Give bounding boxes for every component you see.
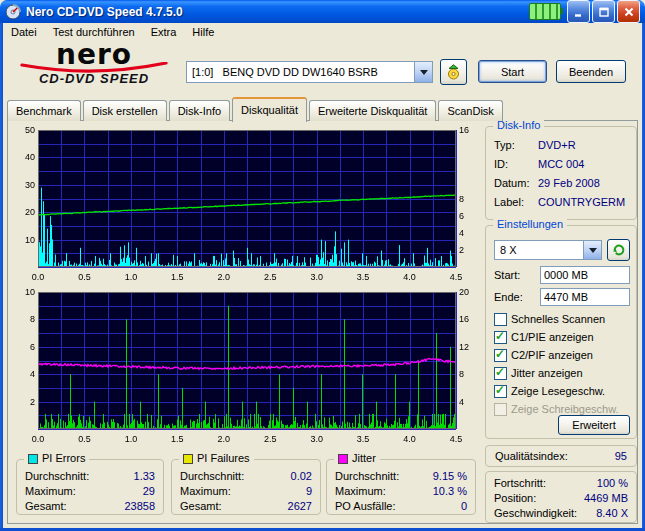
diskqualitaet-pane: PI Errors Durchschnitt:1.33 Maximum:29 G… [7, 120, 638, 524]
jitter-stats-title: Jitter [352, 452, 376, 465]
pi-failures-jitter-chart [14, 287, 482, 445]
progress-row: Fortschritt:100 % [486, 476, 636, 491]
menu-hilfe[interactable]: Hilfe [184, 23, 222, 41]
window-border-left [0, 22, 3, 531]
quality-index-value: 95 [615, 446, 627, 466]
checkbox-box [494, 349, 507, 362]
advanced-button[interactable]: Erweitert [558, 415, 630, 435]
pi-errors-legend-icon [28, 454, 38, 464]
minimize-icon [574, 7, 584, 17]
close-icon [624, 7, 634, 17]
stat-row: PO Ausfälle:0 [327, 499, 475, 514]
pi-failures-legend-icon [183, 454, 193, 464]
speed-select-value: 8 X [495, 241, 583, 259]
disk-id-row: ID:MCC 004 [494, 158, 630, 171]
tab-diskqualitaet[interactable]: Diskqualität [232, 97, 307, 122]
menu-test-durchfuehren[interactable]: Test durchführen [45, 23, 143, 41]
tab-disk-erstellen[interactable]: Disk erstellen [83, 100, 167, 121]
menubar: Datei Test durchführen Extra Hilfe [3, 23, 642, 41]
checkbox-box [494, 367, 507, 380]
start-button[interactable]: Start [478, 60, 547, 83]
settings-title: Einstellungen [493, 218, 567, 231]
drive-select[interactable]: [1:0] BENQ DVD DD DW1640 BSRB [186, 61, 433, 83]
start-mb-input[interactable] [540, 266, 630, 284]
disk-label-row: Label:COUNTRYGERM [494, 196, 630, 209]
checkbox-c2-pif-anzeigen[interactable]: C2/PIF anzeigen [494, 348, 632, 362]
nero-swoosh [14, 62, 174, 76]
close-button[interactable] [617, 0, 640, 23]
drive-select-value: [1:0] BENQ DVD DD DW1640 BSRB [187, 63, 414, 81]
checkbox-zeige-schreibgeschw: Zeige Schreibgeschw. [494, 402, 632, 416]
quality-index-label: Qualitätsindex: [495, 446, 568, 466]
dropdown-arrow-icon[interactable] [414, 62, 432, 82]
stat-row: Gesamt:2627 [172, 499, 320, 514]
stat-row: Maximum:29 [17, 484, 163, 499]
app-window: Nero CD-DVD Speed 4.7.5.0 Datei Test dur… [0, 0, 645, 531]
dropdown-arrow-icon[interactable] [583, 241, 601, 259]
stat-row: Gesamt:23858 [17, 499, 163, 514]
maximize-icon [599, 7, 609, 17]
pi-failures-stats-box: PI Failures Durchschnitt:0.02 Maximum:9 … [171, 459, 321, 515]
checkbox-box [494, 403, 507, 416]
stat-row: Maximum:9 [172, 484, 320, 499]
pi-errors-chart [14, 125, 482, 283]
pi-errors-stats-title: PI Errors [42, 452, 85, 465]
app-icon [5, 4, 21, 20]
stat-row: Durchschnitt:1.33 [17, 469, 163, 484]
quit-button[interactable]: Beenden [556, 60, 626, 83]
menu-extra[interactable]: Extra [143, 23, 185, 41]
nero-logo: nero CD-DVD SPEED [8, 42, 180, 96]
menu-datei[interactable]: Datei [3, 23, 45, 41]
refresh-icon [612, 243, 626, 257]
disk-type-row: Typ:DVD+R [494, 139, 630, 152]
tab-scandisk[interactable]: ScanDisk [438, 100, 502, 121]
checkbox-schnelles-scannen[interactable]: Schnelles Scannen [494, 312, 632, 326]
tab-erweiterte-diskqualitaet[interactable]: Erweiterte Diskqualität [309, 100, 436, 121]
speed-select[interactable]: 8 X [494, 240, 602, 260]
pi-failures-stats-title: PI Failures [197, 452, 250, 465]
tab-disk-info[interactable]: Disk-Info [169, 100, 230, 121]
stat-row: Maximum:10.3 % [327, 484, 475, 499]
stat-row: Durchschnitt:0.02 [172, 469, 320, 484]
tab-benchmark[interactable]: Benchmark [7, 100, 81, 121]
minimize-button[interactable] [567, 0, 590, 23]
stat-row: Durchschnitt:9.15 % [327, 469, 475, 484]
tab-strip: Benchmark Disk erstellen Disk-Info Diskq… [7, 99, 505, 121]
checkbox-jitter-anzeigen[interactable]: Jitter anzeigen [494, 366, 632, 380]
pi-errors-stats-box: PI Errors Durchschnitt:1.33 Maximum:29 G… [16, 459, 164, 515]
jitter-stats-box: Jitter Durchschnitt:9.15 % Maximum:10.3 … [326, 459, 476, 515]
progress-group: Fortschritt:100 % Position:4469 MB Gesch… [485, 471, 637, 523]
eject-disc-icon [445, 64, 462, 80]
quality-index-box: Qualitätsindex:95 [485, 445, 637, 467]
maximize-button[interactable] [592, 0, 615, 23]
end-mb-label: Ende: [494, 288, 523, 306]
start-mb-label: Start: [494, 266, 520, 284]
power-indicator-icon [529, 3, 561, 20]
disk-date-row: Datum:29 Feb 2008 [494, 177, 630, 190]
checkbox-zeige-lesegeschw[interactable]: Zeige Lesegeschw. [494, 384, 632, 398]
titlebar[interactable]: Nero CD-DVD Speed 4.7.5.0 [0, 0, 645, 23]
end-mb-input[interactable] [540, 288, 630, 306]
settings-group: Einstellungen 8 X Start: Ende: Schnelles… [485, 225, 637, 439]
checkbox-box [494, 331, 507, 344]
disk-info-group: Disk-Info Typ:DVD+R ID:MCC 004 Datum:29 … [485, 126, 637, 220]
speed-row: Geschwindigkeit:8.40 X [486, 506, 636, 521]
checkbox-box [494, 385, 507, 398]
checkbox-c1-pie-anzeigen[interactable]: C1/PIE anzeigen [494, 330, 632, 344]
window-title: Nero CD-DVD Speed 4.7.5.0 [26, 5, 529, 19]
position-row: Position:4469 MB [486, 491, 636, 506]
checkbox-box [494, 313, 507, 326]
eject-button[interactable] [440, 59, 467, 85]
jitter-legend-icon [338, 454, 348, 464]
refresh-button[interactable] [607, 239, 630, 261]
